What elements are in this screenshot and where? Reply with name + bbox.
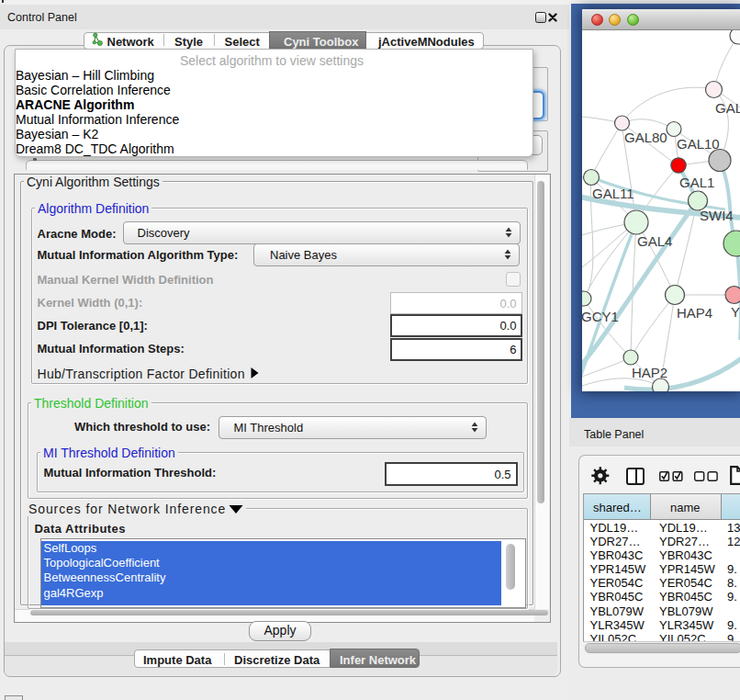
svg-text:GAL4: GAL4 — [637, 233, 672, 249]
svg-text:GAL1: GAL1 — [679, 175, 714, 190]
svg-text:HAP4: HAP4 — [677, 305, 712, 321]
svg-text:GAL80: GAL80 — [624, 130, 667, 145]
svg-text:GCY1: GCY1 — [582, 309, 619, 324]
svg-text:Y: Y — [731, 304, 740, 320]
svg-text:HAP2: HAP2 — [632, 365, 667, 380]
svg-text:GAL11: GAL11 — [592, 186, 634, 201]
svg-text:GAL: GAL — [715, 100, 740, 116]
svg-text:GAL10: GAL10 — [677, 136, 720, 152]
svg-text:SWI4: SWI4 — [700, 208, 734, 223]
